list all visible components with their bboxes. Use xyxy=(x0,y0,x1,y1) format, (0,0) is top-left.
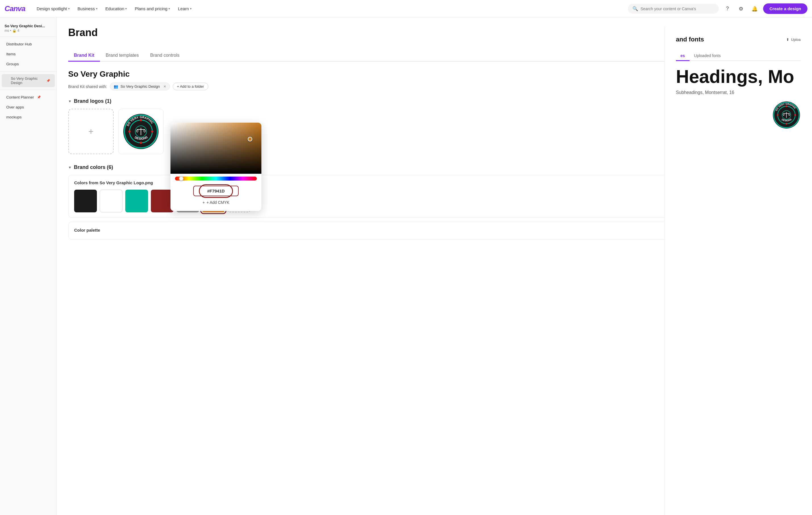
pin-icon-planner: 📌 xyxy=(37,95,41,99)
font-tabs: es Uploaded fonts xyxy=(676,51,801,61)
nav-links: Design spotlight ▾ Business ▾ Education … xyxy=(33,4,628,13)
search-icon: 🔍 xyxy=(633,6,638,11)
chevron-icon: ▼ xyxy=(68,165,71,170)
notifications-button[interactable]: 🔔 xyxy=(750,4,760,14)
svg-point-8 xyxy=(128,130,131,132)
logo-image-box[interactable]: SO VERY GRAPHIC DESIGNS xyxy=(118,109,164,154)
settings-button[interactable]: ⚙ xyxy=(736,4,746,14)
add-to-folder-button[interactable]: + Add to a folder xyxy=(173,83,208,90)
logo-watermark: SO VERY GRAPHIC DESIGNS xyxy=(772,101,801,129)
main-layout: So Very Graphic Desi... ms • 🔒 4 Distrib… xyxy=(0,18,812,515)
sidebar-item-content-planner[interactable]: Content Planner 📌 xyxy=(2,93,55,102)
shared-team-name: So Very Graphic Design xyxy=(120,84,160,89)
upload-icon: ⬆ xyxy=(786,37,789,42)
svg-point-7 xyxy=(140,142,142,144)
color-swatch-darkred[interactable] xyxy=(151,190,174,212)
sidebar-item-over-apps[interactable]: Over apps xyxy=(2,102,55,112)
tab-brand-fonts[interactable]: es xyxy=(676,51,690,61)
hue-slider[interactable] xyxy=(175,177,257,181)
brand-colors-label: Brand colors (6) xyxy=(74,164,113,170)
shared-team-tag[interactable]: 👥 So Very Graphic Design ✕ xyxy=(110,83,170,90)
page-title: Brand xyxy=(68,27,98,39)
chevron-icon: ▼ xyxy=(68,99,71,103)
hex-input[interactable] xyxy=(193,186,239,196)
canva-logo[interactable]: Canva xyxy=(4,4,25,13)
tab-brand-templates[interactable]: Brand templates xyxy=(100,50,145,62)
color-swatch-white[interactable] xyxy=(100,190,122,212)
plus-icon: + xyxy=(203,200,205,205)
sidebar-item-items[interactable]: Items xyxy=(2,50,55,59)
color-picker-popup: + + Add CMYK xyxy=(171,123,261,211)
color-gradient-area[interactable] xyxy=(171,123,261,174)
sidebar-item-groups[interactable]: Groups xyxy=(2,59,55,69)
tab-brand-controls[interactable]: Brand controls xyxy=(145,50,185,62)
remove-team-button[interactable]: ✕ xyxy=(163,85,166,89)
org-name: So Very Graphic Desi... xyxy=(4,24,52,28)
svg-point-18 xyxy=(786,105,787,107)
add-cmyk-button[interactable]: + + Add CMYK xyxy=(198,199,234,206)
brand-fonts-title: and fonts xyxy=(676,36,704,43)
create-design-button[interactable]: Create a design xyxy=(763,3,808,14)
org-meta: ms • 🔒 4 xyxy=(4,29,52,33)
nav-learn[interactable]: Learn ▾ xyxy=(174,4,195,13)
font-heading-preview: Headings, Mo xyxy=(676,67,801,87)
hex-row xyxy=(171,183,261,199)
top-navigation: Canva Design spotlight ▾ Business ▾ Educ… xyxy=(0,0,812,18)
chevron-down-icon: ▾ xyxy=(96,7,97,10)
help-button[interactable]: ? xyxy=(722,4,732,14)
nav-business[interactable]: Business ▾ xyxy=(74,4,101,13)
sidebar-item-mockups[interactable]: mockups xyxy=(2,113,55,122)
chevron-down-icon: ▾ xyxy=(169,7,170,10)
plus-icon: + xyxy=(88,127,94,136)
search-bar[interactable]: 🔍 xyxy=(628,4,719,13)
svg-point-6 xyxy=(140,119,142,121)
nav-plans-pricing[interactable]: Plans and pricing ▾ xyxy=(131,4,173,13)
sidebar: So Very Graphic Desi... ms • 🔒 4 Distrib… xyxy=(0,18,57,515)
nav-right-actions: 🔍 ? ⚙ 🔔 Create a design xyxy=(628,3,808,14)
svg-point-9 xyxy=(151,130,153,132)
pin-icon: 📌 xyxy=(46,79,50,83)
main-content: Brand + A Brand Kit Brand templates Bran… xyxy=(57,18,812,515)
chevron-down-icon: ▾ xyxy=(68,7,69,10)
nav-design-spotlight[interactable]: Design spotlight ▾ xyxy=(33,4,73,13)
brand-fonts-panel: and fonts ⬆ Uploa es Uploaded fonts Head… xyxy=(664,27,812,515)
brand-logo-svg: SO VERY GRAPHIC DESIGNS xyxy=(122,113,160,150)
svg-point-21 xyxy=(794,114,796,116)
add-logo-button[interactable]: + xyxy=(68,109,114,154)
chevron-down-icon: ▾ xyxy=(190,7,192,10)
hue-thumb[interactable] xyxy=(179,176,183,181)
gradient-background xyxy=(171,123,261,174)
sidebar-org: So Very Graphic Desi... ms • 🔒 4 xyxy=(0,21,57,37)
shared-with-label: Brand Kit shared with: xyxy=(68,84,107,89)
svg-point-19 xyxy=(786,123,787,125)
color-swatch-black[interactable] xyxy=(74,190,97,212)
tab-brand-kit[interactable]: Brand Kit xyxy=(68,50,100,62)
svg-point-20 xyxy=(777,114,779,116)
font-subheading-preview: Subheadings, Montserrat, 16 xyxy=(676,90,801,95)
sidebar-item-so-very-graphic[interactable]: So Very Graphic Design 📌 xyxy=(2,74,55,87)
add-cmyk-label: + Add CMYK xyxy=(207,200,230,205)
color-swatch-teal[interactable] xyxy=(125,190,148,212)
palette-title: Color palette xyxy=(74,228,100,233)
nav-education[interactable]: Education ▾ xyxy=(102,4,130,13)
sidebar-item-distributor-hub[interactable]: Distributor Hub xyxy=(2,39,55,49)
upload-fonts-button[interactable]: ⬆ Uploa xyxy=(786,37,801,42)
team-icon: 👥 xyxy=(114,84,118,89)
tab-uploaded-fonts[interactable]: Uploaded fonts xyxy=(690,51,725,61)
colors-from-label: Colors from So Very Graphic Logo.png xyxy=(74,180,153,185)
chevron-down-icon: ▾ xyxy=(125,7,127,10)
brand-logos-label: Brand logos (1) xyxy=(74,98,111,104)
search-input[interactable] xyxy=(640,6,714,11)
